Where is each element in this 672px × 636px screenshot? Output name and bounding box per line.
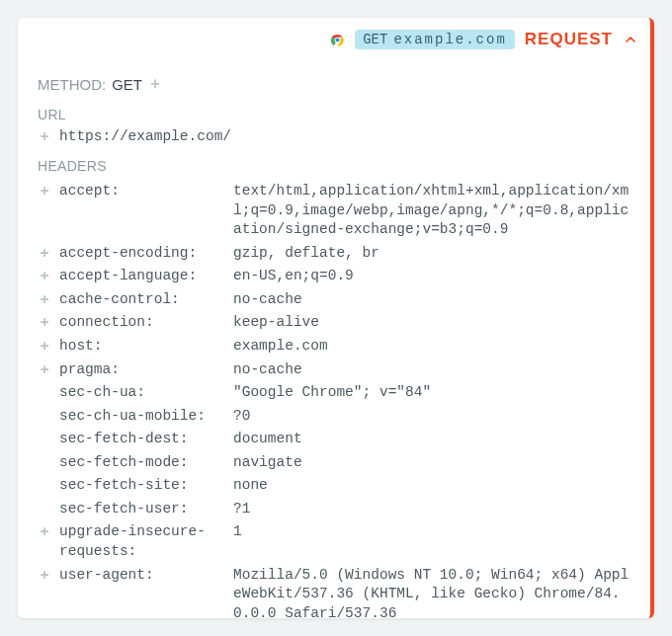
request-label: REQUEST bbox=[525, 30, 613, 49]
header-value: ?1 bbox=[233, 500, 630, 519]
header-name: sec-fetch-site: bbox=[59, 476, 225, 496]
header-value: navigate bbox=[233, 453, 630, 473]
url-section-label: URL bbox=[38, 107, 630, 122]
expand-header-icon[interactable]: + bbox=[38, 267, 51, 286]
add-url-icon[interactable]: + bbox=[38, 128, 51, 144]
chrome-icon bbox=[330, 33, 345, 47]
header-row: +cache-control:no-cache bbox=[38, 288, 630, 312]
header-value: text/html,application/xhtml+xml,applicat… bbox=[233, 182, 630, 240]
add-method-icon[interactable]: + bbox=[148, 75, 162, 93]
header-name: sec-ch-ua: bbox=[59, 383, 225, 403]
chevron-up-icon[interactable] bbox=[623, 32, 638, 47]
expand-header-icon[interactable]: + bbox=[38, 360, 51, 380]
header-row: +accept-language:en-US,en;q=0.9 bbox=[38, 265, 630, 288]
header-name: host: bbox=[59, 337, 225, 357]
header-value: "Google Chrome"; v="84" bbox=[233, 383, 630, 403]
expand-header-icon[interactable]: + bbox=[38, 522, 51, 542]
header-value: example.com bbox=[233, 337, 630, 357]
header-name: user-agent: bbox=[59, 566, 225, 586]
header-value: keep-alive bbox=[233, 313, 630, 333]
expand-header-icon[interactable]: + bbox=[38, 244, 51, 264]
header-value: no-cache bbox=[233, 290, 630, 310]
svg-point-2 bbox=[336, 38, 340, 41]
method-label: METHOD: bbox=[38, 76, 106, 93]
header-value: document bbox=[233, 430, 630, 449]
url-row: + https://example.com/ bbox=[38, 128, 630, 144]
header-value: Mozilla/5.0 (Windows NT 10.0; Win64; x64… bbox=[233, 566, 630, 618]
expand-header-icon[interactable]: + bbox=[38, 337, 51, 357]
header-value: no-cache bbox=[233, 360, 630, 380]
header-name: sec-fetch-dest: bbox=[59, 430, 225, 449]
headers-list: +accept:text/html,application/xhtml+xml,… bbox=[38, 180, 630, 618]
header-value: none bbox=[233, 476, 630, 496]
header-row: +accept:text/html,application/xhtml+xml,… bbox=[38, 180, 630, 242]
header-row: +sec-fetch-user:?1 bbox=[38, 498, 630, 521]
header-row: +user-agent:Mozilla/5.0 (Windows NT 10.0… bbox=[38, 564, 630, 618]
pill-method: GET bbox=[363, 32, 387, 47]
header-name: sec-fetch-user: bbox=[59, 500, 225, 519]
header-value: ?0 bbox=[233, 407, 630, 427]
header-row: +connection:keep-alive bbox=[38, 311, 630, 335]
header-name: sec-ch-ua-mobile: bbox=[59, 407, 225, 427]
url-value: https://example.com/ bbox=[59, 128, 231, 144]
header-name: pragma: bbox=[59, 360, 225, 380]
header-row: +sec-fetch-dest:document bbox=[38, 428, 630, 451]
card-header: GET example.com REQUEST bbox=[18, 18, 650, 61]
header-name: upgrade-insecure-requests: bbox=[59, 522, 225, 561]
header-name: accept: bbox=[59, 182, 225, 201]
method-line: METHOD: GET + bbox=[38, 75, 630, 93]
header-name: accept-language: bbox=[59, 267, 225, 286]
expand-header-icon[interactable]: + bbox=[38, 566, 51, 586]
header-name: cache-control: bbox=[59, 290, 225, 310]
header-row: +pragma:no-cache bbox=[38, 358, 630, 382]
header-value: gzip, deflate, br bbox=[233, 244, 630, 264]
header-name: accept-encoding: bbox=[59, 244, 225, 264]
request-pill: GET example.com bbox=[355, 30, 515, 49]
header-name: connection: bbox=[59, 313, 225, 333]
header-value: en-US,en;q=0.9 bbox=[233, 267, 630, 286]
expand-header-icon[interactable]: + bbox=[38, 313, 51, 333]
card-body: METHOD: GET + URL + https://example.com/… bbox=[18, 61, 650, 618]
request-card: GET example.com REQUEST METHOD: GET + UR… bbox=[18, 18, 654, 618]
expand-header-icon[interactable]: + bbox=[38, 290, 51, 310]
pill-host: example.com bbox=[393, 32, 506, 47]
header-value: 1 bbox=[233, 522, 630, 542]
expand-header-icon[interactable]: + bbox=[38, 182, 51, 201]
method-value: GET bbox=[112, 76, 142, 93]
header-row: +sec-fetch-mode:navigate bbox=[38, 451, 630, 475]
header-row: +accept-encoding:gzip, deflate, br bbox=[38, 242, 630, 266]
header-row: +host:example.com bbox=[38, 335, 630, 358]
header-row: +sec-fetch-site:none bbox=[38, 474, 630, 498]
header-row: +sec-ch-ua:"Google Chrome"; v="84" bbox=[38, 381, 630, 405]
header-row: +sec-ch-ua-mobile:?0 bbox=[38, 405, 630, 429]
header-row: +upgrade-insecure-requests:1 bbox=[38, 520, 630, 563]
headers-section-label: HEADERS bbox=[38, 158, 630, 174]
header-name: sec-fetch-mode: bbox=[59, 453, 225, 473]
